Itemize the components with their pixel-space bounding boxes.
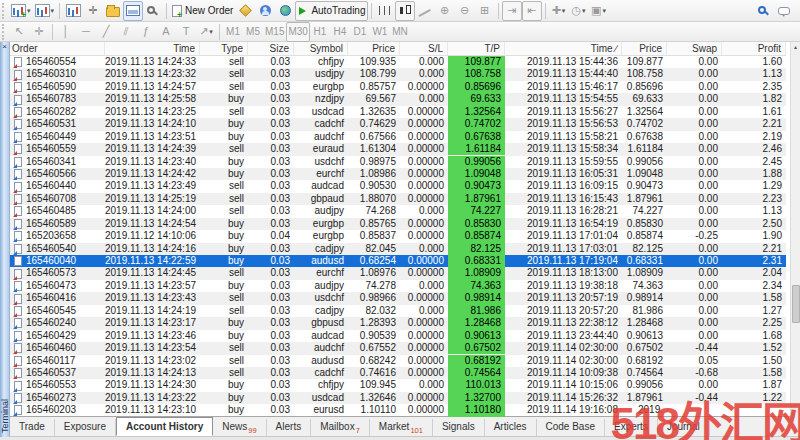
table-row[interactable]: 1654607082019.11.13 14:25:19sell0.03gbpa… xyxy=(10,193,786,205)
table-row[interactable]: 1654605312019.11.13 14:24:10buy0.03cadch… xyxy=(10,118,786,130)
close-icon[interactable]: × xyxy=(2,42,7,51)
timeframe-button-m15[interactable]: M15 xyxy=(263,22,286,42)
table-row[interactable]: 1654603102019.11.13 14:23:32sell0.03usdj… xyxy=(10,68,786,80)
table-row[interactable]: 1654602402019.11.13 14:23:17buy0.03gbpus… xyxy=(10,317,786,329)
timeframe-button-h4[interactable]: H4 xyxy=(330,22,350,42)
column-header-profit[interactable]: Profit xyxy=(722,42,786,55)
line-chart-button[interactable] xyxy=(415,1,435,21)
website-button[interactable] xyxy=(275,1,295,21)
terminal-panel-label[interactable]: Terminal xyxy=(0,399,10,433)
column-header-symbol[interactable]: Symbol xyxy=(294,42,348,55)
table-row[interactable]: 1654605402019.11.13 14:24:16buy0.03cadjp… xyxy=(10,243,786,255)
table-row[interactable]: 1654605662019.11.13 14:24:42buy0.03eurch… xyxy=(10,168,786,180)
column-header-price[interactable]: Price xyxy=(348,42,400,55)
timeframe-button-w1[interactable]: W1 xyxy=(370,22,390,42)
scroll-up-icon[interactable]: ▴ xyxy=(791,42,800,53)
table-row[interactable]: 1654605452019.11.13 14:24:19sell0.03cadj… xyxy=(10,305,786,317)
vertical-scrollbar[interactable]: ▴ xyxy=(790,42,800,417)
mql5-community-button[interactable] xyxy=(255,1,275,21)
chat-button[interactable] xyxy=(774,1,794,21)
zoom-out-button[interactable]: ⊖ xyxy=(455,1,475,21)
scrollbar-thumb[interactable] xyxy=(792,285,800,323)
tab-market[interactable]: Market101 xyxy=(370,419,433,436)
tab-alerts[interactable]: Alerts xyxy=(267,419,312,436)
column-header-swap[interactable]: Swap xyxy=(667,42,722,55)
strategy-tester-button[interactable] xyxy=(143,1,163,21)
table-row[interactable]: 1654605532019.11.13 14:24:30buy0.03chfjp… xyxy=(10,379,786,391)
tab-mailbox[interactable]: Mailbox7 xyxy=(311,419,370,436)
market-watch-button[interactable] xyxy=(63,1,83,21)
new-chart-button[interactable]: +▾ xyxy=(9,1,33,21)
column-header-type[interactable]: Type xyxy=(200,42,248,55)
table-row[interactable]: 1654604402019.11.13 14:23:49sell0.03audc… xyxy=(10,180,786,192)
table-row[interactable]: 1654604852019.11.13 14:24:00sell0.03audj… xyxy=(10,205,786,217)
label-tool-button[interactable]: T xyxy=(176,22,196,42)
terminal-button[interactable] xyxy=(123,1,143,21)
tab-exposure[interactable]: Exposure xyxy=(55,419,116,436)
channel-button[interactable]: ⫽ xyxy=(116,22,136,42)
toolbar-grip[interactable] xyxy=(2,24,6,40)
table-row[interactable]: 1654604602019.11.13 14:23:54sell0.03audc… xyxy=(10,342,786,354)
table-row[interactable]: 1654605892019.11.13 14:24:54buy0.03eurgb… xyxy=(10,218,786,230)
column-header-time2[interactable]: Time ∕ xyxy=(505,42,622,55)
vertical-line-button[interactable]: │ xyxy=(56,22,76,42)
horizontal-line-button[interactable]: ─ xyxy=(76,22,96,42)
table-row[interactable]: 1654604162019.11.13 14:23:43sell0.03usdc… xyxy=(10,292,786,304)
timeframe-button-d1[interactable]: D1 xyxy=(350,22,370,42)
crosshair-button[interactable]: ✛ xyxy=(29,22,49,42)
table-row[interactable]: 1654607832019.11.13 14:25:58buy0.03nzdjp… xyxy=(10,93,786,105)
tab-code-base[interactable]: Code Base xyxy=(537,419,605,436)
data-window-button[interactable]: ✛ xyxy=(83,1,103,21)
tab-articles[interactable]: Articles xyxy=(485,419,537,436)
table-row[interactable]: 1654605902019.11.13 14:24:57sell0.03eurg… xyxy=(10,81,786,93)
periods-button[interactable]: ◷▾ xyxy=(569,1,589,21)
tab-signals[interactable]: Signals xyxy=(433,419,485,436)
chart-shift-button[interactable]: ⇤ xyxy=(522,1,542,21)
timeframe-button-h1[interactable]: H1 xyxy=(310,22,330,42)
metaeditor-button[interactable] xyxy=(235,1,255,21)
timeframe-button-mn[interactable]: MN xyxy=(390,22,410,42)
indicators-button[interactable]: ✚▾ xyxy=(549,1,569,21)
column-header-size[interactable]: Size xyxy=(248,42,294,55)
timeframe-button-m1[interactable]: M1 xyxy=(223,22,243,42)
navigator-button[interactable] xyxy=(103,1,123,21)
auto-scroll-button[interactable]: ⇥ xyxy=(502,1,522,21)
column-header-order[interactable]: Order xyxy=(10,42,105,55)
templates-button[interactable]: ▣▾ xyxy=(589,1,609,21)
table-row[interactable]: 1654603412019.11.13 14:23:40buy0.03usdch… xyxy=(10,156,786,168)
zoom-in-button[interactable]: ⊕ xyxy=(435,1,455,21)
tab-news[interactable]: News99 xyxy=(213,419,266,436)
table-row[interactable]: 1652036582019.11.12 14:10:06buy0.04eurgb… xyxy=(10,230,786,242)
tab-account-history[interactable]: Account History xyxy=(116,417,213,436)
column-header-price2[interactable]: Price xyxy=(622,42,667,55)
table-row[interactable]: 1654604292019.11.13 14:23:46buy0.03audca… xyxy=(10,330,786,342)
arrows-tool-button[interactable]: ↗▾ xyxy=(196,22,216,42)
column-header-sl[interactable]: S/L xyxy=(400,42,448,55)
table-row[interactable]: 1654605372019.11.13 14:24:13sell0.03cadc… xyxy=(10,367,786,379)
timeframe-button-m5[interactable]: M5 xyxy=(243,22,263,42)
table-row[interactable]: 1654604732019.11.13 14:23:57buy0.03audjp… xyxy=(10,280,786,292)
toolbar-grip[interactable] xyxy=(2,3,6,19)
new-order-button[interactable]: +New Order xyxy=(170,1,235,21)
tile-windows-button[interactable]: ⊞ xyxy=(475,1,495,21)
table-row[interactable]: 1654602822019.11.13 14:23:25sell0.03usdc… xyxy=(10,106,786,118)
table-row[interactable]: 1654605592019.11.13 14:24:39sell0.03eura… xyxy=(10,143,786,155)
timeframe-button-m30[interactable]: M30 xyxy=(286,22,309,42)
cursor-button[interactable]: ↖ xyxy=(9,22,29,42)
column-header-time[interactable]: Time xyxy=(105,42,200,55)
search-button[interactable] xyxy=(754,1,774,21)
text-tool-button[interactable]: A xyxy=(156,22,176,42)
column-header-tp[interactable]: T/P xyxy=(448,42,505,55)
trendline-button[interactable]: ╱ xyxy=(96,22,116,42)
table-row[interactable]: 1654604492019.11.13 14:23:51buy0.03audch… xyxy=(10,131,786,143)
profiles-button[interactable]: ▾ xyxy=(33,1,57,21)
table-row[interactable]: 1654601172019.11.13 14:23:02sell0.03audu… xyxy=(10,355,786,367)
autotrading-button[interactable]: AutoTrading xyxy=(295,1,367,21)
table-row[interactable]: 1654605732019.11.13 14:24:45sell0.03eurc… xyxy=(10,267,786,279)
tab-trade[interactable]: Trade xyxy=(10,419,55,436)
candlestick-chart-button[interactable] xyxy=(395,1,415,21)
fibonacci-button[interactable]: ƒ xyxy=(136,22,156,42)
table-row[interactable]: 1654600402019.11.13 14:22:59buy0.03audus… xyxy=(10,255,786,267)
bar-chart-button[interactable] xyxy=(375,1,395,21)
table-row[interactable]: 1654605542019.11.13 14:24:33sell0.03chfj… xyxy=(10,56,786,68)
